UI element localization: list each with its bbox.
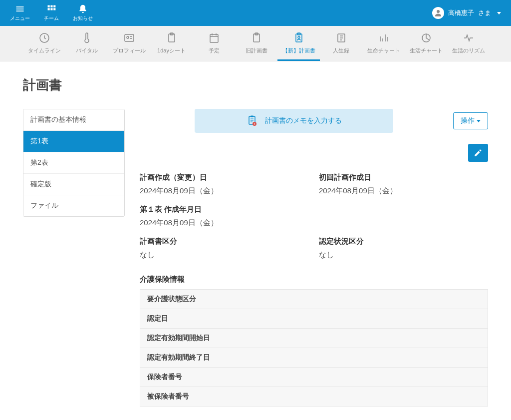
book-icon (335, 32, 347, 44)
tab-living-chart-label: 生活チャート (410, 47, 443, 54)
avatar (432, 7, 444, 19)
bar-chart-icon (378, 32, 390, 44)
tab-life-record[interactable]: 人生録 (320, 26, 362, 61)
clipboard-old-icon (251, 32, 262, 44)
insurance-row: 要介護状態区分 (140, 290, 488, 309)
tab-life-record-label: 人生録 (333, 47, 349, 54)
insurance-row: 認定有効期間開始日 (140, 329, 488, 348)
field-value: なし (140, 250, 309, 260)
insurance-title: 介護保険情報 (140, 275, 488, 284)
svg-rect-15 (251, 116, 254, 117)
field-cert-status: 認定状況区分 なし (319, 237, 488, 260)
insurance-row: 保険者番号 (140, 368, 488, 387)
action-button[interactable]: 操作 (453, 112, 488, 129)
team-label: チーム (44, 15, 59, 22)
calendar-icon (208, 32, 220, 44)
clock-icon (38, 32, 50, 44)
field-value: なし (319, 250, 488, 260)
team-button[interactable]: チーム (44, 4, 59, 22)
menu-button[interactable]: メニュー (10, 4, 30, 22)
user-menu[interactable]: 高橋恵子 さま (432, 7, 501, 19)
user-name: 高橋恵子 (448, 8, 474, 17)
memo-banner-text: 計画書のメモを入力する (265, 116, 342, 125)
edit-button[interactable] (468, 144, 488, 162)
tab-old-plan[interactable]: 旧計画書 (235, 26, 277, 61)
field-label: 第１表 作成年月日 (140, 205, 488, 214)
svg-point-0 (437, 10, 440, 13)
tab-oneday-label: 1dayシート (157, 47, 186, 54)
side-tab-table1[interactable]: 第1表 (23, 131, 124, 152)
tab-new-plan-label: 【新】計画書 (282, 47, 315, 54)
tab-new-plan[interactable]: 【新】計画書 (277, 26, 320, 61)
field-plan-category: 計画書区分 なし (140, 237, 309, 260)
notifications-button[interactable]: お知らせ (73, 4, 93, 22)
pencil-icon (474, 148, 483, 157)
tab-vital-label: バイタル (76, 47, 98, 54)
svg-rect-2 (125, 34, 134, 41)
field-label: 初回計画作成日 (319, 173, 488, 182)
content-top-row: ! 計画書のメモを入力する 操作 (140, 109, 488, 133)
field-table1-date: 第１表 作成年月日 2024年08月09日（金） (140, 205, 488, 228)
top-header: メニュー チーム お知らせ 高橋恵子 さま (0, 0, 511, 26)
content-area: ! 計画書のメモを入力する 操作 計画作成（変更）日 2024年08月0 (140, 109, 488, 420)
field-plan-date: 計画作成（変更）日 2024年08月09日（金） (140, 173, 309, 196)
notifications-label: お知らせ (73, 15, 93, 22)
grid-icon (46, 4, 56, 14)
chevron-down-icon (477, 120, 481, 122)
main-layout: 計画書の基本情報 第1表 第2表 確定版 ファイル ! 計画書のメモを入力する (23, 109, 488, 420)
memo-icon: ! (246, 115, 258, 127)
field-value: 2024年08月09日（金） (319, 186, 488, 196)
tab-old-plan-label: 旧計画書 (246, 47, 267, 54)
tab-rhythm-label: 生活のリズム (452, 47, 485, 54)
chevron-down-icon (497, 12, 501, 14)
insurance-row: 被保険者番号 (140, 387, 488, 406)
tab-rhythm[interactable]: 生活のリズム (447, 26, 490, 61)
svg-point-3 (127, 36, 129, 38)
tab-timeline-label: タイムライン (28, 47, 61, 54)
tab-profile-label: プロフィール (113, 47, 146, 54)
tab-oneday[interactable]: 1dayシート (150, 26, 193, 61)
memo-banner[interactable]: ! 計画書のメモを入力する (195, 109, 393, 133)
side-tab-confirmed[interactable]: 確定版 (23, 174, 124, 195)
user-icon (434, 8, 443, 17)
field-label: 認定状況区分 (319, 237, 488, 246)
side-tabs: 計画書の基本情報 第1表 第2表 確定版 ファイル (23, 109, 125, 217)
insurance-table: 要介護状態区分 認定日 認定有効期間開始日 認定有効期間終了日 保険者番号 被保… (140, 289, 488, 407)
sub-nav: タイムライン バイタル プロフィール 1dayシート 予定 旧計画書 【新】計画… (0, 26, 511, 61)
insurance-row: 認定有効期間終了日 (140, 348, 488, 368)
heartbeat-icon (463, 32, 475, 44)
tab-timeline[interactable]: タイムライン (23, 26, 65, 61)
side-tab-table2[interactable]: 第2表 (23, 152, 124, 174)
field-label: 計画書区分 (140, 237, 309, 246)
field-grid: 計画作成（変更）日 2024年08月09日（金） 初回計画作成日 2024年08… (140, 173, 488, 260)
menu-label: メニュー (10, 15, 30, 22)
header-left-group: メニュー チーム お知らせ (10, 4, 93, 22)
page-body: 計画書 計画書の基本情報 第1表 第2表 確定版 ファイル ! (0, 61, 511, 420)
tab-living-chart[interactable]: 生活チャート (405, 26, 447, 61)
svg-point-11 (298, 36, 300, 38)
menu-icon (15, 4, 25, 14)
tab-schedule-label: 予定 (209, 47, 220, 54)
clipboard-user-icon (293, 32, 305, 44)
thermometer-icon (81, 32, 93, 44)
svg-text:!: ! (254, 122, 255, 125)
field-label: 計画作成（変更）日 (140, 173, 309, 182)
edit-button-row (140, 144, 488, 162)
bell-icon (78, 4, 88, 14)
field-value: 2024年08月09日（金） (140, 218, 488, 228)
side-tab-basic[interactable]: 計画書の基本情報 (23, 109, 124, 131)
action-button-label: 操作 (461, 116, 475, 125)
page-title: 計画書 (23, 76, 488, 94)
tab-vital[interactable]: バイタル (65, 26, 108, 61)
tab-schedule[interactable]: 予定 (193, 26, 235, 61)
side-tab-file[interactable]: ファイル (23, 195, 124, 216)
tab-life-chart[interactable]: 生命チャート (362, 26, 405, 61)
svg-rect-6 (210, 34, 218, 42)
tab-life-chart-label: 生命チャート (367, 47, 400, 54)
pie-chart-icon (420, 32, 432, 44)
insurance-row: 認定日 (140, 309, 488, 329)
tab-profile[interactable]: プロフィール (108, 26, 150, 61)
field-value: 2024年08月09日（金） (140, 186, 309, 196)
user-suffix: さま (478, 8, 491, 17)
clipboard-icon (166, 32, 178, 44)
